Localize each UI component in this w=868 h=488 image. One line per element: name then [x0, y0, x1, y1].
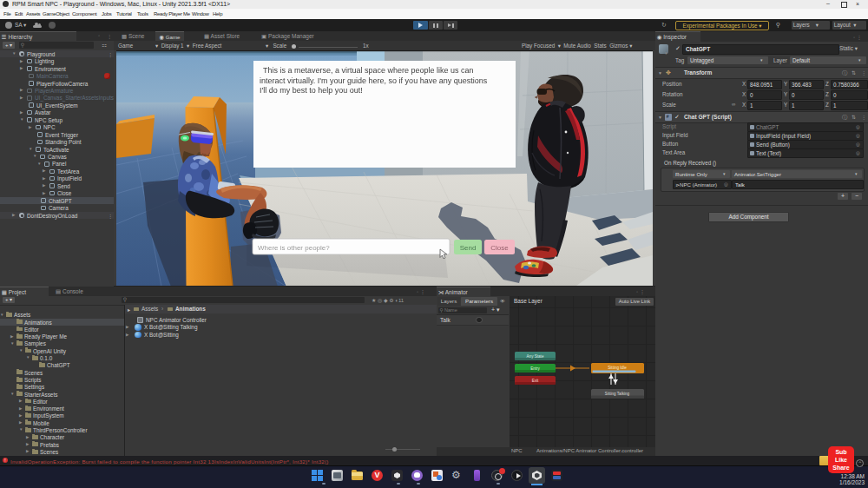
svg-text:Sitting Talking: Sitting Talking [605, 392, 630, 396]
svg-text:Close: Close [490, 244, 509, 252]
svg-text:interact virtually. I'm your g: interact virtually. I'm your guide here,… [260, 76, 488, 85]
svg-text:Where is other people?: Where is other people? [258, 244, 330, 252]
svg-text:Sitting Idle: Sitting Idle [608, 366, 627, 370]
svg-text:Any State: Any State [527, 354, 544, 359]
svg-text:I'll do my best to help you ou: I'll do my best to help you out! [260, 86, 363, 95]
svg-text:Send: Send [460, 244, 477, 252]
svg-text:Exit: Exit [532, 379, 539, 383]
svg-text:This is a metaverse, a virtual: This is a metaverse, a virtual space whe… [263, 66, 474, 75]
svg-text:Entry: Entry [530, 366, 540, 371]
